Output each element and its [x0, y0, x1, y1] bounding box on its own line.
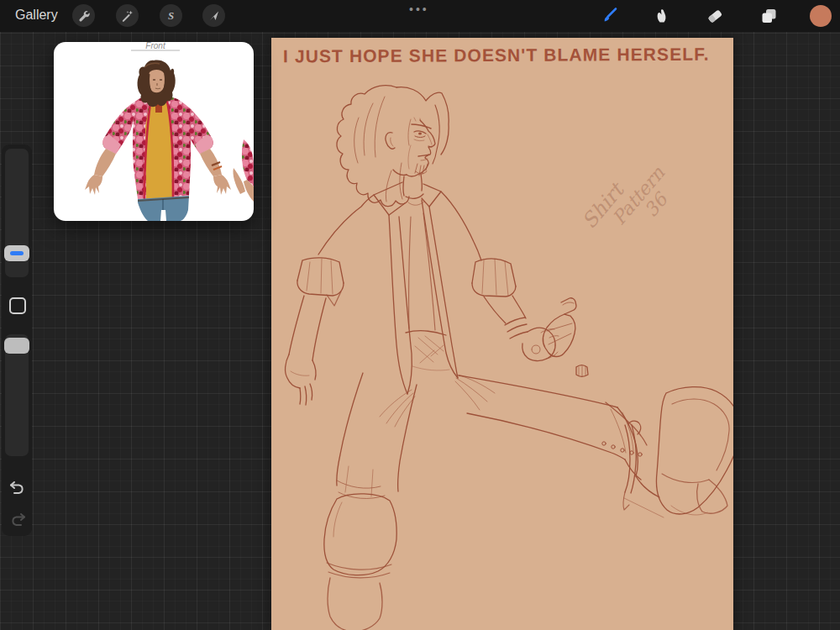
layers-button[interactable]	[759, 6, 779, 26]
canvas-options-dots[interactable]: •••	[409, 3, 429, 16]
opacity-handle[interactable]	[4, 338, 29, 354]
top-toolbar: Gallery S •••	[0, 0, 840, 32]
drawing-canvas[interactable]: I JUST HOPE SHE DOESN'T BLAME HERSELF. S…	[271, 38, 733, 630]
wrench-icon	[76, 8, 91, 23]
selection-s-icon: S	[164, 8, 178, 23]
brush-icon	[599, 6, 619, 26]
smudge-tool-button[interactable]	[652, 6, 672, 26]
view-angle-label: Front	[145, 42, 166, 50]
undo-button[interactable]	[7, 477, 27, 497]
eraser-icon	[705, 6, 725, 26]
paint-tool-button[interactable]	[599, 6, 619, 26]
color-swatch-button[interactable]	[810, 5, 832, 27]
gallery-button[interactable]: Gallery	[15, 8, 58, 23]
reference-3d-model-image: Front	[54, 42, 254, 221]
reference-image-window[interactable]: Front	[54, 42, 254, 221]
svg-text:S: S	[168, 10, 174, 22]
actions-button[interactable]	[72, 4, 95, 27]
smudge-finger-icon	[652, 6, 672, 26]
brush-size-handle[interactable]	[4, 245, 29, 261]
transform-button[interactable]	[202, 4, 225, 27]
redo-button[interactable]	[8, 509, 29, 529]
selection-button[interactable]: S	[160, 4, 182, 27]
magic-wand-icon	[120, 8, 134, 23]
figure-sketch	[271, 38, 733, 630]
sidebar-controls	[2, 144, 32, 536]
brush-size-indicator	[10, 251, 24, 255]
modify-button[interactable]	[9, 297, 26, 314]
adjustments-button[interactable]	[116, 4, 139, 27]
erase-tool-button[interactable]	[705, 6, 725, 26]
procreate-workspace: I JUST HOPE SHE DOESN'T BLAME HERSELF. S…	[0, 0, 840, 630]
transform-arrow-icon	[207, 8, 221, 23]
layers-icon	[759, 6, 779, 26]
